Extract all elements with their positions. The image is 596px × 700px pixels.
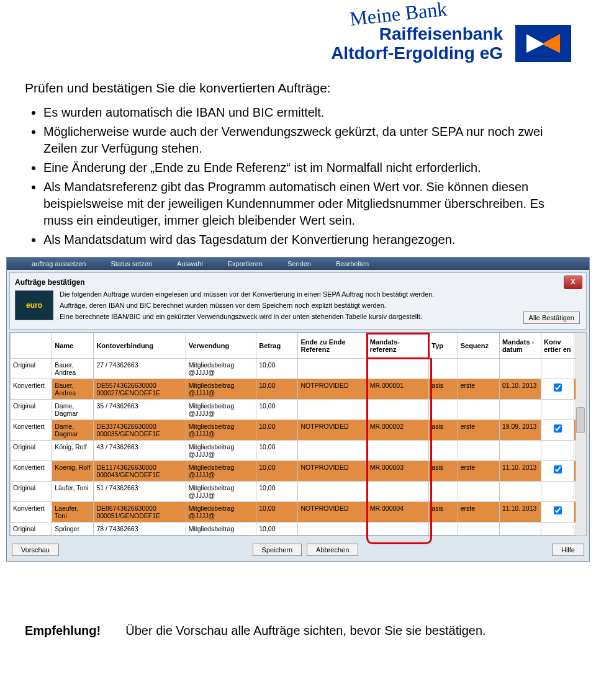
col-header[interactable]: Verwendung (186, 333, 256, 359)
close-icon[interactable]: X (564, 276, 582, 289)
footer: Empfehlung! Über die Vorschau alle Auftr… (25, 624, 571, 638)
orders-table-wrap: NameKontoverbindungVerwendungBetragEnde … (9, 332, 587, 536)
bank-name-1: Raiffeisenbank (331, 25, 503, 44)
toolbar-item[interactable]: auftrag aussetzen (32, 260, 86, 267)
confirm-checkbox[interactable] (554, 506, 562, 514)
table-row[interactable]: KonvertiertBauer, AndreaDE55743626630000… (11, 379, 586, 400)
table-row[interactable]: KonvertiertDame, DagmarDE33743626630000 … (11, 420, 586, 441)
col-header[interactable]: Mandats - datum (499, 333, 541, 359)
bullet-item: Als Mandatsdatum wird das Tagesdatum der… (43, 231, 571, 248)
orders-table: NameKontoverbindungVerwendungBetragEnde … (10, 333, 586, 536)
bullet-item: Möglicherweise wurde auch der Verwendung… (43, 123, 571, 157)
bullet-item: Als Mandatsreferenz gibt das Programm au… (43, 179, 571, 229)
cancel-button[interactable]: Abbrechen (307, 544, 358, 556)
table-row[interactable]: OriginalDame, Dagmar35 / 74362663Mitglie… (11, 400, 586, 420)
confirm-checkbox[interactable] (554, 424, 562, 433)
confirm-dialog: X Aufträge bestätigen euro Die folgenden… (9, 272, 587, 330)
confirm-all-button[interactable]: Alle Bestätigen (523, 312, 580, 324)
bank-name-2: Altdorf-Ergolding eG (331, 44, 503, 63)
document-header: Meine Bank Raiffeisenbank Altdorf-Ergold… (25, 6, 571, 81)
toolbar-item[interactable]: Bearbeiten (336, 260, 369, 267)
table-row[interactable]: OriginalSpringer78 / 74362663Mitgliedsbe… (11, 523, 586, 536)
toolbar-item[interactable]: Status setzen (111, 260, 152, 267)
toolbar-item[interactable]: Auswahl (177, 260, 203, 267)
euro-icon: euro (15, 290, 53, 320)
toolbar-item[interactable]: Exportieren (228, 260, 263, 267)
col-header[interactable]: Betrag (256, 333, 298, 359)
bullet-list: Es wurden automatisch die IBAN und BIC e… (25, 104, 571, 248)
intro-text: Prüfen und bestätigen Sie die konvertier… (25, 81, 571, 96)
col-header[interactable]: Name (52, 333, 94, 359)
dialog-text: Die folgenden Aufträge wurden eingelesen… (60, 290, 434, 324)
col-header[interactable]: Ende zu Ende Referenz (298, 333, 367, 359)
confirm-checkbox[interactable] (554, 384, 562, 392)
col-header[interactable]: Kontoverbindung (94, 333, 186, 359)
col-header[interactable]: Typ (429, 333, 458, 359)
save-button[interactable]: Speichern (253, 544, 302, 556)
col-header[interactable]: Sequenz (458, 333, 499, 359)
table-row[interactable]: KonvertiertKoenig, RolfDE11743626630000 … (11, 461, 586, 482)
app-screenshot: auftrag aussetzenStatus setzenAuswahlExp… (6, 257, 590, 562)
table-row[interactable]: OriginalKönig, Rolf43 / 74362663Mitglied… (11, 441, 586, 461)
col-header[interactable] (11, 333, 52, 359)
preview-button[interactable]: Vorschau (12, 544, 59, 556)
help-button[interactable]: Hilfe (552, 544, 584, 556)
col-header[interactable]: Mandats- referenz (367, 333, 429, 359)
app-toolbar: auftrag aussetzenStatus setzenAuswahlExp… (7, 258, 589, 270)
confirm-checkbox[interactable] (554, 465, 562, 473)
bullet-item: Eine Änderung der „Ende zu Ende Referenz… (43, 159, 571, 176)
table-row[interactable]: OriginalLäufer, Toni51 / 74362663Mitglie… (11, 482, 586, 502)
toolbar-item[interactable]: Senden (287, 260, 311, 267)
recommendation-text: Über die Vorschau alle Aufträge sichten,… (125, 624, 485, 638)
table-row[interactable]: OriginalBauer, Andrea27 / 74362663Mitgli… (11, 359, 586, 379)
recommendation-label: Empfehlung! (25, 624, 101, 638)
bullet-item: Es wurden automatisch die IBAN und BIC e… (43, 104, 571, 121)
col-header[interactable]: Konv ertier en (541, 333, 574, 359)
scrollbar[interactable] (576, 333, 586, 536)
vr-bank-logo (515, 25, 571, 62)
dialog-buttons: Vorschau Speichern Abbrechen Hilfe (7, 539, 589, 561)
dialog-title: Aufträge bestätigen (15, 278, 581, 287)
table-row[interactable]: KonvertiertLaeufer, ToniDE86743626630000… (11, 502, 586, 523)
